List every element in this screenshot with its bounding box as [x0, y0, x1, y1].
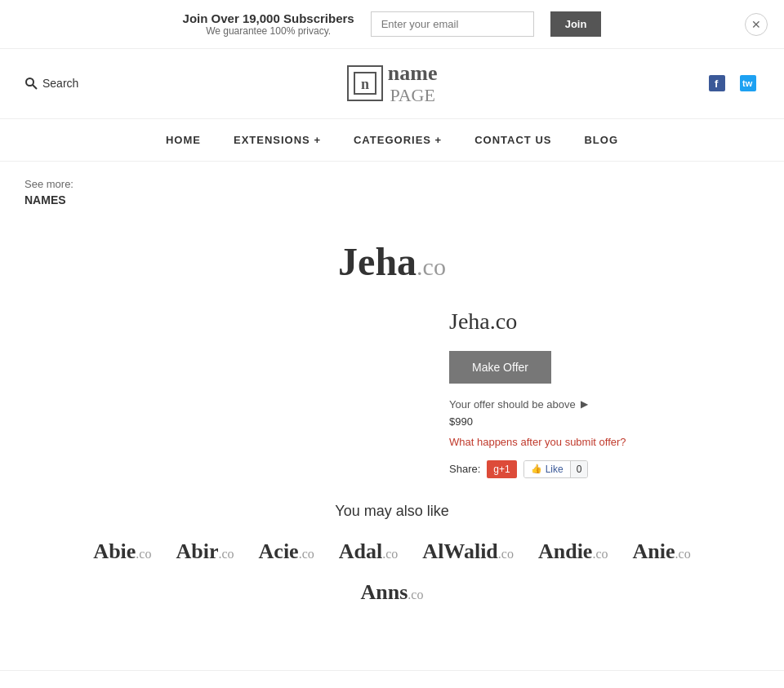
nav-blog[interactable]: BLOG: [584, 134, 618, 146]
gplus-button[interactable]: g+1: [487, 460, 516, 478]
similar-item-andie[interactable]: Andie.co: [538, 539, 608, 564]
similar-item-anns[interactable]: Anns.co: [361, 580, 424, 605]
fb-thumb-icon: 👍: [531, 464, 542, 474]
nav-contact[interactable]: CONTACT US: [474, 134, 551, 146]
similar-grid: Abie.co Abir.co Acie.co Adal.co AlWalid.…: [24, 539, 760, 564]
logo-name: name: [388, 62, 438, 86]
domain-title: Jeha.co: [449, 308, 760, 335]
domain-tld-part: .co: [416, 253, 446, 280]
similar-item-abir[interactable]: Abir.co: [176, 539, 234, 564]
facebook-icon[interactable]: f: [706, 72, 728, 95]
content-right: Jeha.co Make Offer Your offer should be …: [449, 308, 760, 478]
banner-title: Join Over 19,000 Subscribers: [183, 11, 354, 25]
svg-text:tw: tw: [742, 78, 753, 88]
similar-item-acie[interactable]: Acie.co: [259, 539, 314, 564]
header: Search n name PAGE f tw: [0, 49, 784, 119]
join-button[interactable]: Join: [550, 11, 602, 37]
svg-point-0: [26, 78, 33, 86]
share-row: Share: g+1 👍 Like 0: [449, 460, 760, 478]
banner-text: Join Over 19,000 Subscribers We guarante…: [183, 11, 354, 37]
make-offer-button[interactable]: Make Offer: [449, 351, 551, 384]
similar-item-adal[interactable]: Adal.co: [339, 539, 399, 564]
similar-item-anie[interactable]: Anie.co: [633, 539, 691, 564]
footer: ABOUT US TERMS OF SERVICE PRIVACY POLICY…: [0, 671, 784, 688]
search-icon: [24, 77, 38, 90]
similar-section: You may also like Abie.co Abir.co Acie.c…: [24, 503, 760, 605]
content-area: Jeha.co Make Offer Your offer should be …: [24, 308, 760, 478]
logo[interactable]: n name PAGE: [347, 62, 438, 105]
search-button[interactable]: Search: [24, 77, 78, 90]
domain-logo: Jeha.co: [338, 239, 446, 284]
similar-item-abie[interactable]: Abie.co: [93, 539, 151, 564]
main-content: Jeha.co Jeha.co Make Offer Your offer sh…: [0, 223, 784, 637]
banner-subtitle: We guarantee 100% privacy.: [183, 25, 354, 37]
content-left: [24, 308, 416, 478]
breadcrumb-see-more: See more:: [24, 178, 74, 190]
social-links: f tw: [706, 72, 760, 95]
twitter-icon[interactable]: tw: [737, 72, 760, 95]
search-label: Search: [42, 77, 78, 90]
offer-info-text: Your offer should be above: [449, 398, 576, 411]
fb-like-button[interactable]: 👍 Like 0: [523, 460, 589, 478]
offer-price: $990: [449, 415, 760, 428]
nav-extensions[interactable]: EXTENSIONS +: [234, 134, 321, 146]
breadcrumb-link[interactable]: NAMES: [24, 193, 760, 206]
offer-arrow-icon: ▶: [581, 398, 588, 410]
svg-line-1: [33, 85, 37, 89]
logo-svg: n: [353, 71, 377, 95]
top-banner: Join Over 19,000 Subscribers We guarante…: [0, 0, 784, 49]
logo-text: name PAGE: [388, 62, 438, 105]
offer-what-happens-link[interactable]: What happens after you submit offer?: [449, 436, 626, 448]
svg-text:n: n: [361, 76, 369, 92]
email-input[interactable]: [371, 11, 534, 37]
fb-count: 0: [570, 461, 588, 477]
nav-categories[interactable]: CATEGORIES +: [354, 134, 442, 146]
svg-text:f: f: [715, 78, 719, 90]
domain-name-part: Jeha: [338, 240, 416, 283]
fb-like-inner: 👍 Like: [524, 461, 570, 477]
share-label: Share:: [449, 463, 480, 475]
similar-title: You may also like: [24, 503, 760, 520]
nav-home[interactable]: HOME: [166, 134, 201, 146]
logo-page: PAGE: [388, 86, 438, 105]
breadcrumb: See more: NAMES: [0, 162, 784, 223]
fb-like-label: Like: [546, 464, 564, 475]
logo-icon: n: [347, 65, 383, 101]
similar-item-alwalid[interactable]: AlWalid.co: [422, 539, 514, 564]
similar-row2: Anns.co: [24, 580, 760, 605]
domain-logo-name: Jeha.co: [338, 240, 446, 283]
main-nav: HOME EXTENSIONS + CATEGORIES + CONTACT U…: [0, 119, 784, 162]
close-banner-button[interactable]: ✕: [745, 13, 768, 36]
offer-info: Your offer should be above ▶: [449, 398, 760, 411]
